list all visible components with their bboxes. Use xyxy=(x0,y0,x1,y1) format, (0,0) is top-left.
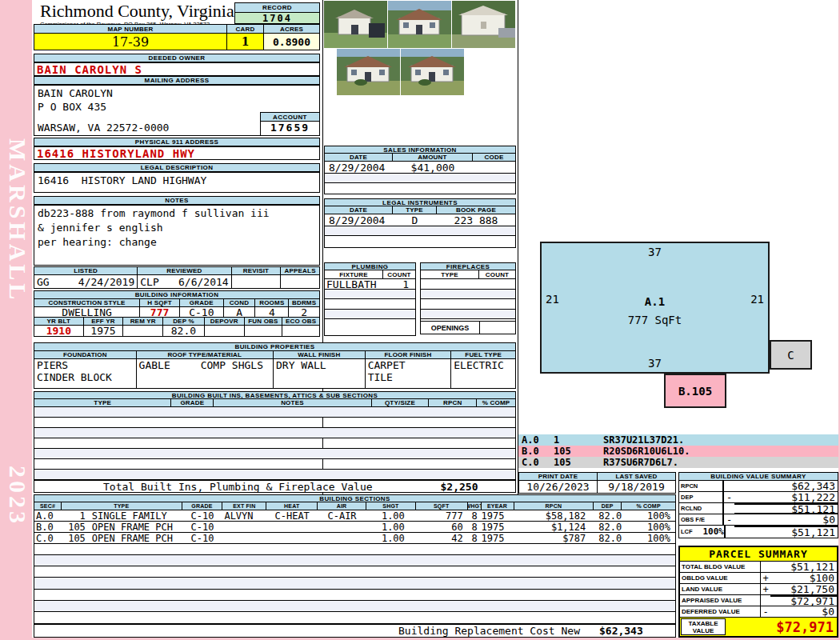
empty-row xyxy=(34,612,675,624)
bvs-value: $0 xyxy=(734,514,838,526)
property-photo-1[interactable] xyxy=(324,1,387,48)
col-wall-finish: WALL FINISH xyxy=(274,351,366,358)
appeals-label: APPEALS xyxy=(281,267,319,274)
sec-comp: 100% xyxy=(622,522,675,533)
parcel-row-appraised: APPRAISED VALUE $72,971 xyxy=(680,595,837,606)
code-vector: R20SD6R10U6L10. xyxy=(603,446,690,457)
floor-finish-1: CARPET xyxy=(366,359,406,371)
sketch-code-row: B.0 105 R20SD6R10U6L10. xyxy=(518,446,838,457)
built-ins-total-label: Total Built Ins, Plumbing & Fireplace Va… xyxy=(103,481,373,493)
sec-whgt: 8 xyxy=(468,522,482,533)
bedrooms: 2 xyxy=(289,307,319,317)
notes-header: NOTES xyxy=(34,196,320,205)
empty-row xyxy=(325,236,515,247)
sketch-section-a-sqft: 777 SqFt xyxy=(542,314,768,326)
col-remyr: REM YR xyxy=(123,318,163,325)
empty-row xyxy=(34,470,515,480)
reviewed-by: CLP xyxy=(140,276,158,288)
property-photo-2[interactable] xyxy=(388,1,451,48)
col-type: TYPE xyxy=(62,502,182,510)
empty-row xyxy=(34,590,675,601)
appeals-value xyxy=(281,275,319,288)
col-fixture-count: COUNT xyxy=(383,270,415,278)
mailing-address-header: MAILING ADDRESS xyxy=(34,76,320,85)
col-bi-comp: % COMP xyxy=(477,399,515,406)
bvs-row-rpcn: RPCN $62,343 xyxy=(679,481,838,492)
col-sale-code: CODE xyxy=(473,154,515,161)
taxable-value: $72,971 xyxy=(726,619,837,635)
bvs-op: - xyxy=(724,492,734,503)
sec-heat: C-HEAT xyxy=(266,510,318,522)
col-dep: DEP % xyxy=(163,318,205,325)
code-mult: 1 xyxy=(554,434,603,446)
empty-row xyxy=(421,299,515,310)
col-fireplace-count: COUNT xyxy=(479,270,515,278)
col-eyear: EYEAR xyxy=(482,502,514,510)
sec-type-name: SINGLE FAMILY xyxy=(86,510,182,522)
built-ins-total-row: Total Built Ins, Plumbing & Fireplace Va… xyxy=(34,480,516,493)
sale-row: 8/29/2004 $41,000 xyxy=(325,162,515,174)
sketch-code-row: C.0 105 R37SU6R7D6L7. xyxy=(518,457,838,468)
sec-eyear: 1975 xyxy=(482,522,514,533)
parcel-row-deferred: DEFERRED VALUE - $0 xyxy=(680,606,837,618)
code-sec: C.0 xyxy=(518,457,554,468)
sec-type-code: 105 xyxy=(62,522,86,533)
sec-grade: C-10 xyxy=(182,522,223,533)
account-box: ACCOUNT 17659 xyxy=(260,112,320,136)
sketch-code-row: A.0 1 SR37U21L37D21. xyxy=(518,434,838,446)
col-grade: GRADE xyxy=(180,299,224,306)
col-sale-amount: AMOUNT xyxy=(393,154,473,161)
bvs-op xyxy=(724,526,734,538)
fuel-type: ELECTRIC xyxy=(451,359,504,371)
deeded-owner-box: BAIN CAROLYN S xyxy=(34,62,320,76)
sec-sqft: 42 xyxy=(416,533,468,544)
reviewed-label: REVIEWED xyxy=(138,267,231,274)
parcel-label: DEFERRED VALUE xyxy=(680,606,761,617)
record-label: RECORD xyxy=(234,2,320,13)
property-photo-3[interactable] xyxy=(452,1,515,48)
parcel-label: TOTAL BLDG VALUE xyxy=(680,562,761,572)
col-whgt: WHGT xyxy=(468,502,482,510)
reviewed-date: 6/6/2014 xyxy=(178,276,229,288)
foundation-line-1: PIERS xyxy=(34,359,68,371)
economic-obs xyxy=(282,326,319,336)
building-value-summary: BUILDING VALUE SUMMARY RPCN $62,343 DEP … xyxy=(678,472,838,538)
county-title: Richmond County, Virginia xyxy=(40,1,236,22)
record-box: RECORD 1704 xyxy=(234,2,320,24)
sec-shgt: 1.00 xyxy=(366,522,416,533)
empty-row xyxy=(325,183,515,194)
property-photo-4[interactable] xyxy=(337,49,400,95)
col-ecoobs: ECO OBS xyxy=(282,318,319,325)
parcel-value: $0 xyxy=(770,606,837,618)
house-photo-placeholder xyxy=(337,49,400,95)
sidebar-vertical-label-bottom: 2023 xyxy=(2,458,31,534)
physical-address-header: PHYSICAL 911 ADDRESS xyxy=(34,138,320,146)
openings-value xyxy=(480,322,515,334)
effective-year: 1975 xyxy=(84,326,124,336)
empty-row xyxy=(421,290,515,299)
sec-rpcn: $58,182 xyxy=(514,510,594,522)
sec-rpcn: $1,124 xyxy=(514,522,594,533)
parcel-summary-header: PARCEL SUMMARY xyxy=(680,547,837,562)
openings-row: OPENINGS xyxy=(421,321,515,334)
plumbing-section: PLUMBING FIXTURE COUNT FULLBATH 1 xyxy=(324,262,416,336)
instrument-date: 8/29/2004 xyxy=(325,214,393,226)
physical-address-box: 16416 HISTORYLAND HWY xyxy=(34,146,320,160)
remodel-year xyxy=(123,326,163,336)
sec-type-name: OPEN FRAME PCH xyxy=(86,533,182,544)
col-cond: COND xyxy=(224,299,256,306)
property-record-card: { "sidebar": {"top": "MARSHALL", "bottom… xyxy=(0,0,840,640)
sketch-section-c: C xyxy=(770,340,812,370)
bvs-row-lcf: LCF 100% $51,121 xyxy=(679,526,838,538)
account-label: ACCOUNT xyxy=(260,112,320,122)
code-vector: SR37U21L37D21. xyxy=(603,434,684,446)
revisit-value xyxy=(232,275,282,288)
replacement-cost-row: Building Replacement Cost New $62,343 xyxy=(34,624,676,638)
col-bi-qty: QTY/SIZE xyxy=(372,399,430,406)
lcf-label: LCF xyxy=(681,528,693,535)
code-vector: R37SU6R7D6L7. xyxy=(603,457,678,468)
property-photo-5[interactable] xyxy=(401,49,464,95)
section-row-a: A.0 1 SINGLE FAMILY C-10 ALVYN C-HEAT C-… xyxy=(34,510,675,522)
map-number-label: MAP NUMBER xyxy=(34,25,227,33)
instruments-section: LEGAL INSTRUMENTS DATE TYPE BOOK PAGE 8/… xyxy=(324,198,516,248)
